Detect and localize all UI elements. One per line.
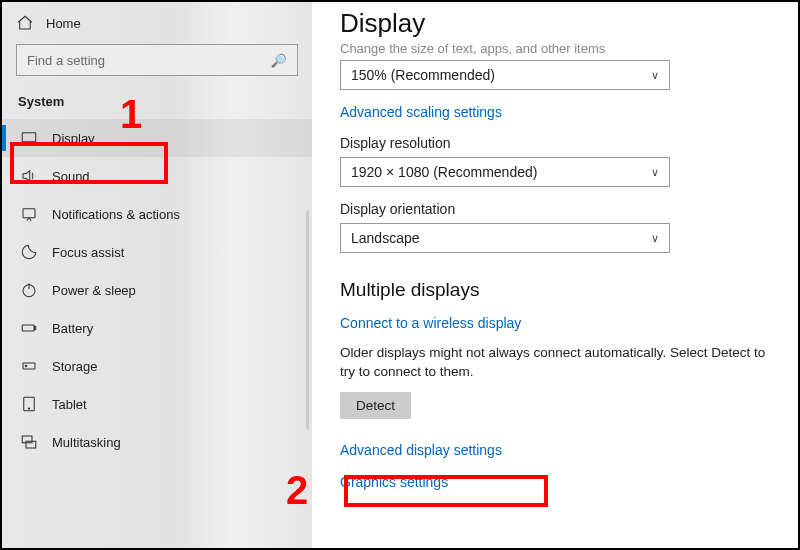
- svg-rect-1: [23, 209, 35, 218]
- orientation-value: Landscape: [351, 230, 420, 246]
- sidebar-item-label: Display: [52, 131, 95, 146]
- advanced-scaling-link[interactable]: Advanced scaling settings: [340, 104, 502, 120]
- chevron-down-icon: ∨: [651, 232, 659, 245]
- notifications-icon: [20, 205, 38, 223]
- sidebar-item-focus-assist[interactable]: Focus assist: [2, 233, 312, 271]
- power-icon: [20, 281, 38, 299]
- sound-icon: [20, 167, 38, 185]
- sidebar-item-label: Sound: [52, 169, 90, 184]
- sidebar-item-display[interactable]: Display: [2, 119, 312, 157]
- orientation-dropdown[interactable]: Landscape ∨: [340, 223, 670, 253]
- scale-dropdown[interactable]: 150% (Recommended) ∨: [340, 60, 670, 90]
- sidebar-item-label: Battery: [52, 321, 93, 336]
- tablet-icon: [20, 395, 38, 413]
- home-label: Home: [46, 16, 81, 31]
- orientation-label: Display orientation: [340, 201, 770, 217]
- page-title: Display: [340, 8, 770, 39]
- sidebar-item-sound[interactable]: Sound: [2, 157, 312, 195]
- sidebar-item-label: Focus assist: [52, 245, 124, 260]
- display-icon: [20, 129, 38, 147]
- svg-rect-3: [22, 325, 34, 331]
- connect-wireless-link[interactable]: Connect to a wireless display: [340, 315, 521, 331]
- detect-button[interactable]: Detect: [340, 392, 411, 419]
- older-displays-text: Older displays might not always connect …: [340, 344, 770, 382]
- scrollbar[interactable]: [306, 210, 309, 430]
- sidebar-item-label: Storage: [52, 359, 98, 374]
- scale-label-truncated: Change the size of text, apps, and other…: [340, 41, 770, 56]
- focus-assist-icon: [20, 243, 38, 261]
- sidebar-item-label: Tablet: [52, 397, 87, 412]
- multiple-displays-heading: Multiple displays: [340, 279, 770, 301]
- graphics-settings-link[interactable]: Graphics settings: [340, 474, 448, 490]
- svg-rect-4: [34, 327, 36, 330]
- scale-value: 150% (Recommended): [351, 67, 495, 83]
- advanced-display-settings-link[interactable]: Advanced display settings: [340, 442, 502, 458]
- storage-icon: [20, 357, 38, 375]
- sidebar-item-battery[interactable]: Battery: [2, 309, 312, 347]
- search-input[interactable]: Find a setting 🔍: [16, 44, 298, 76]
- sidebar-item-tablet[interactable]: Tablet: [2, 385, 312, 423]
- search-icon: 🔍: [271, 53, 287, 68]
- settings-sidebar: Home Find a setting 🔍 System Display Sou…: [2, 2, 312, 548]
- main-content: Display Change the size of text, apps, a…: [312, 2, 798, 548]
- sidebar-item-multitasking[interactable]: Multitasking: [2, 423, 312, 461]
- chevron-down-icon: ∨: [651, 166, 659, 179]
- sidebar-item-power-sleep[interactable]: Power & sleep: [2, 271, 312, 309]
- svg-point-6: [25, 365, 27, 367]
- sidebar-item-label: Power & sleep: [52, 283, 136, 298]
- sidebar-item-storage[interactable]: Storage: [2, 347, 312, 385]
- chevron-down-icon: ∨: [651, 69, 659, 82]
- sidebar-item-label: Notifications & actions: [52, 207, 180, 222]
- home-icon: [16, 14, 34, 32]
- multitasking-icon: [20, 433, 38, 451]
- svg-point-8: [28, 408, 29, 409]
- group-system-label: System: [2, 88, 312, 119]
- svg-rect-0: [22, 133, 36, 142]
- sidebar-item-notifications[interactable]: Notifications & actions: [2, 195, 312, 233]
- resolution-value: 1920 × 1080 (Recommended): [351, 164, 537, 180]
- resolution-label: Display resolution: [340, 135, 770, 151]
- home-nav[interactable]: Home: [2, 8, 312, 40]
- resolution-dropdown[interactable]: 1920 × 1080 (Recommended) ∨: [340, 157, 670, 187]
- battery-icon: [20, 319, 38, 337]
- sidebar-item-label: Multitasking: [52, 435, 121, 450]
- search-placeholder: Find a setting: [27, 53, 105, 68]
